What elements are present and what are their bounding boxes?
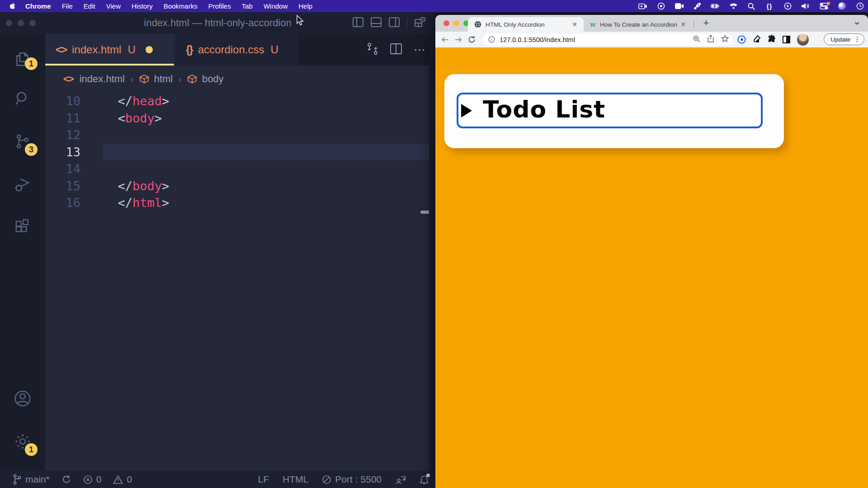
close-tab-icon[interactable]: ✕ xyxy=(570,21,579,28)
eol-status[interactable]: LF xyxy=(258,474,269,485)
tab-accordion-css[interactable]: {} accordion.css U xyxy=(174,34,298,66)
siri-icon[interactable] xyxy=(837,0,846,12)
activity-search[interactable] xyxy=(0,77,45,120)
warnings-status[interactable]: 0 xyxy=(113,474,132,485)
play-circle-icon[interactable] xyxy=(783,0,792,12)
volume-icon[interactable] xyxy=(801,0,810,12)
minimize-window-button[interactable] xyxy=(453,20,459,26)
breadcrumb-item-body[interactable]: body xyxy=(202,73,224,85)
more-actions-icon[interactable]: ⋯ xyxy=(414,43,426,57)
menu-item-view[interactable]: View xyxy=(101,2,126,10)
eyedropper-extension-icon[interactable] xyxy=(753,35,761,45)
menu-item-bookmarks[interactable]: Bookmarks xyxy=(158,2,203,10)
code-line-12[interactable]: 12 xyxy=(45,127,435,144)
line-content[interactable]: </body> xyxy=(89,178,435,195)
extensions-puzzle-icon[interactable] xyxy=(768,35,776,45)
menu-item-profiles[interactable]: Profiles xyxy=(203,2,236,10)
address-bar[interactable]: 127.0.0.1:5500/index.html xyxy=(483,33,732,46)
line-content[interactable] xyxy=(89,144,435,161)
split-editor-icon[interactable] xyxy=(390,43,402,56)
profile-avatar[interactable] xyxy=(797,34,809,46)
menu-item-tab[interactable]: Tab xyxy=(236,2,258,10)
line-content[interactable]: <body> xyxy=(89,110,435,127)
errors-status[interactable]: 0 xyxy=(83,474,102,485)
git-branch-status[interactable]: main* xyxy=(13,474,50,485)
share-icon[interactable] xyxy=(708,35,714,44)
activity-explorer[interactable]: 1 xyxy=(0,34,45,77)
wifi-icon[interactable] xyxy=(729,0,738,12)
rocket-icon[interactable] xyxy=(693,0,702,12)
activity-source-control[interactable]: 3 xyxy=(0,120,45,163)
line-content[interactable] xyxy=(89,127,435,144)
code-line-16[interactable]: 16 </html> xyxy=(45,194,435,211)
code-line-15[interactable]: 15 </body> xyxy=(45,178,435,195)
customize-layout-icon[interactable] xyxy=(415,17,425,29)
code-line-11[interactable]: 11 <body> xyxy=(45,110,435,127)
menu-item-help[interactable]: Help xyxy=(293,2,318,10)
code-editor[interactable]: 10 </head>11 <body>12131415 </body>16 </… xyxy=(45,93,435,471)
activity-settings[interactable]: 1 xyxy=(0,420,45,463)
privacy-extension-icon[interactable] xyxy=(737,35,746,44)
symbol-cube-icon xyxy=(139,74,150,84)
video-camera-icon[interactable] xyxy=(675,0,684,12)
back-button[interactable] xyxy=(441,36,449,43)
url-text[interactable]: 127.0.0.1:5500/index.html xyxy=(500,36,693,43)
menu-item-chrome[interactable]: Chrome xyxy=(20,2,57,10)
browser-viewport: Todo List xyxy=(435,47,868,488)
breadcrumb-item-html[interactable]: html xyxy=(154,73,173,85)
bookmark-star-icon[interactable] xyxy=(721,35,729,44)
line-content[interactable] xyxy=(89,160,435,178)
code-line-10[interactable]: 10 </head> xyxy=(45,93,435,110)
activity-extensions[interactable] xyxy=(0,206,45,249)
open-changes-icon[interactable] xyxy=(367,42,378,57)
reload-button[interactable] xyxy=(468,36,476,43)
chrome-tab-inactive[interactable]: w How To Create an Accordion ✕ xyxy=(585,17,690,32)
notifications-bell[interactable] xyxy=(420,474,429,484)
search-icon[interactable] xyxy=(747,0,756,12)
toggle-secondary-sidebar-icon[interactable] xyxy=(389,17,400,29)
close-tab-icon[interactable]: ✕ xyxy=(679,21,688,28)
chrome-tab-active[interactable]: HTML Only Accordion ✕ xyxy=(468,17,584,32)
remote-explorer-status[interactable] xyxy=(395,474,406,484)
sync-status[interactable] xyxy=(61,474,71,484)
line-number: 10 xyxy=(45,93,89,110)
tab-index-html[interactable]: <> index.html U xyxy=(45,34,174,66)
breadcrumb-item-file[interactable]: index.html xyxy=(80,73,125,85)
braces-menu-icon[interactable]: {} xyxy=(765,0,774,12)
live-server-port-status[interactable]: Port : 5500 xyxy=(322,474,382,485)
chevron-right-icon: › xyxy=(130,74,133,84)
toggle-sidebar-icon[interactable] xyxy=(353,17,363,29)
close-window-button[interactable] xyxy=(443,20,449,26)
battery-icon[interactable] xyxy=(711,0,720,12)
menu-item-edit[interactable]: Edit xyxy=(78,2,101,10)
line-content[interactable]: </head> xyxy=(89,93,435,110)
control-center-icon[interactable] xyxy=(819,0,828,12)
apple-menu-icon[interactable] xyxy=(10,3,16,10)
vscode-title-bar[interactable]: index.html — html-only-accordion xyxy=(0,12,435,34)
update-button[interactable]: Update ⋮ xyxy=(824,33,864,45)
accordion-summary[interactable]: Todo List xyxy=(457,93,763,128)
toggle-panel-icon[interactable] xyxy=(371,17,382,29)
new-tab-button[interactable]: + xyxy=(699,16,713,30)
forward-button[interactable] xyxy=(454,36,462,43)
code-line-13[interactable]: 13 xyxy=(45,144,435,161)
zoom-icon[interactable] xyxy=(693,35,700,44)
details-marker-icon[interactable] xyxy=(461,104,472,117)
record-dot-icon[interactable] xyxy=(656,0,665,12)
language-status[interactable]: HTML xyxy=(283,474,308,485)
chrome-menu-dots-icon[interactable]: ⋮ xyxy=(854,36,860,43)
line-content[interactable]: </html> xyxy=(89,194,435,211)
code-line-14[interactable]: 14 xyxy=(45,160,435,178)
activity-run-debug[interactable] xyxy=(0,163,45,206)
menu-item-window[interactable]: Window xyxy=(258,2,293,10)
clock-icon[interactable] xyxy=(855,0,864,12)
activity-accounts[interactable] xyxy=(0,377,45,420)
screen-record-icon[interactable] xyxy=(638,0,647,12)
menu-item-history[interactable]: History xyxy=(126,2,158,10)
menu-item-file[interactable]: File xyxy=(57,2,78,10)
dirty-indicator[interactable] xyxy=(146,46,153,53)
chrome-traffic-lights[interactable] xyxy=(443,20,469,26)
site-info-icon[interactable] xyxy=(488,36,495,43)
tab-search-chevron-icon[interactable] xyxy=(854,20,860,26)
dark-mode-extension-icon[interactable] xyxy=(783,36,790,43)
